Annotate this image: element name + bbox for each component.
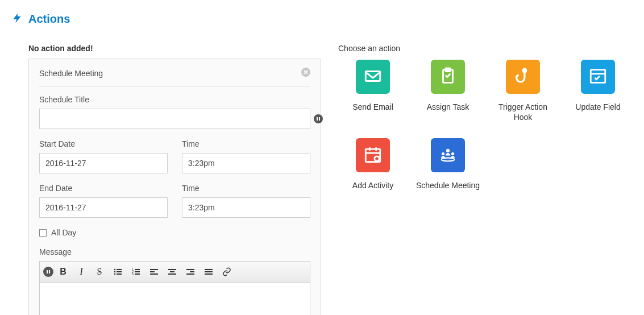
svg-rect-2 xyxy=(319,117,320,121)
svg-rect-17 xyxy=(150,269,158,270)
card-title: Schedule Meeting xyxy=(39,69,103,78)
schedule-meeting-card: Schedule Meeting Schedule Title Start Da… xyxy=(28,59,321,315)
align-center-icon[interactable] xyxy=(164,264,181,280)
start-time-input[interactable] xyxy=(182,153,310,173)
end-date-label: End Date xyxy=(39,184,168,193)
all-day-label: All Day xyxy=(51,228,76,237)
svg-rect-28 xyxy=(205,273,213,275)
svg-rect-23 xyxy=(186,269,194,270)
message-editor: B I S 123 xyxy=(39,261,310,315)
svg-point-43 xyxy=(442,158,455,161)
align-justify-icon[interactable] xyxy=(200,264,217,280)
ordered-list-icon[interactable]: 123 xyxy=(127,264,144,280)
hook-icon xyxy=(513,67,533,88)
update-field-tile[interactable] xyxy=(581,60,615,94)
svg-point-41 xyxy=(442,152,444,155)
end-time-input[interactable] xyxy=(182,197,310,218)
italic-icon[interactable]: I xyxy=(73,264,90,280)
svg-point-5 xyxy=(114,269,116,271)
page-header: Actions xyxy=(11,11,633,27)
close-icon[interactable] xyxy=(301,68,310,78)
end-time-label: Time xyxy=(182,184,310,193)
message-textarea[interactable] xyxy=(40,283,310,315)
start-date-label: Start Date xyxy=(39,139,168,148)
merge-tag-icon[interactable] xyxy=(314,114,323,123)
send-email-label: Send Email xyxy=(338,102,408,112)
start-date-input[interactable] xyxy=(39,153,168,173)
schedule-meeting-tile[interactable] xyxy=(431,138,465,172)
svg-rect-24 xyxy=(190,271,194,272)
svg-rect-26 xyxy=(205,269,213,270)
schedule-meeting-label: Schedule Meeting xyxy=(413,180,483,190)
add-activity-label: Add Activity xyxy=(338,180,408,190)
meeting-icon xyxy=(438,145,458,166)
assign-task-label: Assign Task xyxy=(413,102,483,112)
svg-rect-25 xyxy=(186,273,194,275)
svg-rect-29 xyxy=(365,71,380,81)
schedule-title-input[interactable] xyxy=(39,109,310,129)
strikethrough-icon[interactable]: S xyxy=(91,264,108,280)
svg-rect-14 xyxy=(135,271,140,272)
add-activity-tile[interactable] xyxy=(356,138,390,172)
bold-icon[interactable]: B xyxy=(55,264,72,280)
action-tiles: Send Email Assign Task xyxy=(338,60,633,191)
bolt-icon xyxy=(11,11,23,27)
link-icon[interactable] xyxy=(218,264,235,280)
trigger-hook-label: Trigger Action Hook xyxy=(488,102,558,122)
envelope-icon xyxy=(363,67,383,88)
calendar-plus-icon xyxy=(363,145,383,166)
align-left-icon[interactable] xyxy=(146,264,163,280)
editor-merge-tag-icon[interactable] xyxy=(43,267,53,277)
svg-rect-16 xyxy=(135,273,140,275)
svg-point-42 xyxy=(451,152,454,155)
end-date-input[interactable] xyxy=(39,197,168,218)
all-day-checkbox[interactable] xyxy=(39,229,47,237)
svg-rect-8 xyxy=(117,271,122,272)
page-title: Actions xyxy=(28,13,70,26)
start-time-label: Time xyxy=(182,139,310,148)
trigger-hook-tile[interactable] xyxy=(506,60,540,94)
browser-window-icon xyxy=(588,67,608,88)
svg-rect-3 xyxy=(47,270,48,273)
svg-point-7 xyxy=(114,271,116,273)
svg-point-9 xyxy=(114,273,116,275)
svg-rect-18 xyxy=(150,271,155,272)
unordered-list-icon[interactable] xyxy=(109,264,126,280)
schedule-title-label: Schedule Title xyxy=(39,95,310,104)
clipboard-icon xyxy=(438,67,458,88)
svg-rect-10 xyxy=(117,273,122,275)
svg-rect-19 xyxy=(150,273,158,275)
svg-point-40 xyxy=(446,149,450,152)
svg-rect-22 xyxy=(168,273,176,275)
svg-rect-1 xyxy=(317,117,318,121)
message-label: Message xyxy=(39,247,310,256)
align-right-icon[interactable] xyxy=(182,264,199,280)
svg-rect-4 xyxy=(49,270,50,273)
svg-text:3: 3 xyxy=(132,272,134,276)
no-action-text: No action added! xyxy=(28,44,321,53)
assign-task-tile[interactable] xyxy=(431,60,465,94)
svg-rect-6 xyxy=(117,269,122,270)
svg-rect-21 xyxy=(170,271,174,272)
svg-rect-12 xyxy=(135,269,140,270)
choose-action-label: Choose an action xyxy=(338,44,633,53)
update-field-label: Update Field xyxy=(563,102,633,112)
svg-rect-20 xyxy=(168,269,176,270)
editor-toolbar: B I S 123 xyxy=(40,262,310,283)
svg-rect-33 xyxy=(591,69,605,82)
send-email-tile[interactable] xyxy=(356,60,390,94)
svg-rect-27 xyxy=(205,271,213,272)
